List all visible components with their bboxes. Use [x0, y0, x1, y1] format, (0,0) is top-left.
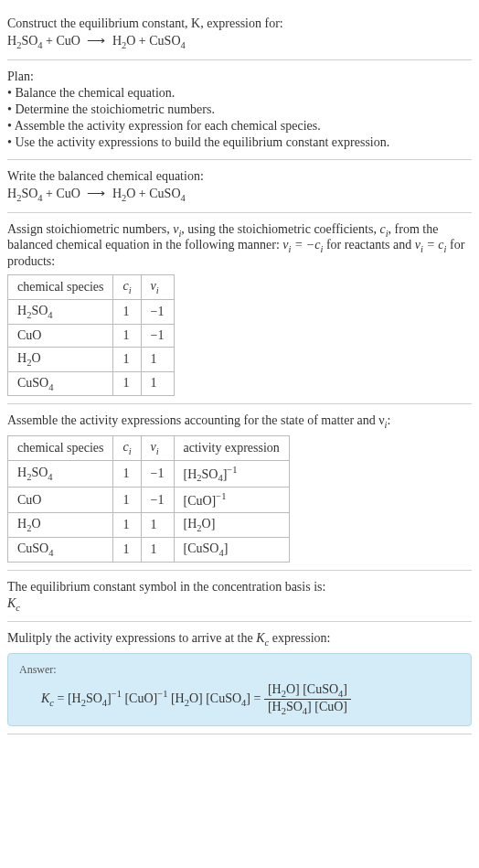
th-species: chemical species — [8, 275, 113, 300]
cell-c: 1 — [113, 324, 141, 347]
cell-expr: [H2O] — [174, 513, 289, 538]
cell-species: CuO — [8, 488, 113, 513]
cell-species: H2SO4 — [8, 299, 113, 324]
plan-title: Plan: — [7, 70, 472, 84]
th-nui: νi — [141, 436, 174, 461]
table-row: CuSO4 1 1 [CuSO4] — [8, 537, 290, 562]
act-title-end: : — [388, 413, 391, 427]
table-header-row: chemical species ci νi activity expressi… — [8, 436, 290, 461]
cell-nu: −1 — [141, 324, 174, 347]
cell-nu: 1 — [141, 371, 174, 396]
cell-nu: 1 — [141, 537, 174, 562]
cell-species: H2SO4 — [8, 460, 113, 487]
balanced-section: Write the balanced chemical equation: H2… — [7, 160, 472, 213]
plan-bullet-4: • Use the activity expressions to build … — [7, 135, 472, 150]
mult-kc: Kc — [256, 631, 269, 645]
st-t4: for reactants and — [323, 238, 414, 252]
st-t2: , using the stoichiometric coefficients, — [181, 222, 379, 236]
table-header-row: chemical species ci νi — [8, 275, 175, 300]
cell-species: H2O — [8, 513, 113, 538]
activity-table: chemical species ci νi activity expressi… — [7, 435, 290, 563]
multiply-section: Mulitply the activity expressions to arr… — [7, 622, 472, 734]
table-row: H2SO4 1 −1 — [8, 299, 175, 324]
table-row: CuO 1 −1 [CuO]−1 — [8, 488, 290, 513]
cell-nu: 1 — [141, 347, 174, 371]
prompt-section: Construct the equilibrium constant, K, e… — [7, 7, 472, 60]
cell-c: 1 — [113, 488, 141, 513]
th-expr: activity expression — [174, 436, 289, 461]
ans-eq: = [H2SO4]−1 [CuO]−1 [H2O] [CuSO4] = — [54, 691, 264, 705]
bal-lhs: H2SO4 + CuO — [7, 187, 83, 200]
plan-section: Plan: • Balance the chemical equation. •… — [7, 60, 472, 160]
activity-title: Assemble the activity expressions accoun… — [7, 413, 472, 430]
eq-h2so4: H2SO4 — [7, 34, 43, 48]
plan-bullet-3: • Assemble the activity expression for e… — [7, 119, 472, 134]
cell-nu: −1 — [141, 299, 174, 324]
cell-c: 1 — [113, 371, 141, 396]
st-nu: νi — [173, 222, 181, 236]
cell-species: H2O — [8, 347, 113, 371]
mult-t2: expression: — [269, 631, 330, 645]
th-nui: νi — [141, 275, 174, 300]
cell-species: CuO — [8, 324, 113, 347]
plan-bullet-1: • Balance the chemical equation. — [7, 86, 472, 101]
eq-rhs: H2O + CuSO4 — [109, 34, 185, 48]
mult-t1: Mulitply the activity expressions to arr… — [7, 631, 256, 645]
balanced-title: Write the balanced chemical equation: — [7, 169, 472, 184]
th-ci: ci — [113, 436, 141, 461]
cell-expr: [CuO]−1 — [174, 488, 289, 513]
cell-c: 1 — [113, 537, 141, 562]
table-row: H2O 1 1 [H2O] — [8, 513, 290, 538]
eq-arrow: ⟶ — [83, 34, 109, 48]
answer-label: Answer: — [19, 663, 460, 677]
fraction-numerator: [H2O] [CuSO4] — [264, 682, 351, 700]
act-title-text: Assemble the activity expressions accoun… — [7, 413, 385, 427]
bal-rhs: H2O + CuSO4 — [109, 187, 185, 200]
fraction-denominator: [H2SO4] [CuO] — [264, 700, 351, 716]
cell-c: 1 — [113, 347, 141, 371]
plan-bullet-2: • Determine the stoichiometric numbers. — [7, 102, 472, 117]
st-c: ci — [379, 222, 388, 236]
cell-nu: −1 — [141, 488, 174, 513]
table-row: H2SO4 1 −1 [H2SO4]−1 — [8, 460, 290, 487]
symbol-section: The equilibrium constant symbol in the c… — [7, 571, 472, 623]
activity-section: Assemble the activity expressions accoun… — [7, 404, 472, 570]
st-t1: Assign stoichiometric numbers, — [7, 222, 173, 236]
bal-arrow: ⟶ — [83, 187, 109, 200]
symbol-text: The equilibrium constant symbol in the c… — [7, 580, 472, 595]
cell-c: 1 — [113, 513, 141, 538]
cell-species: CuSO4 — [8, 537, 113, 562]
table-row: H2O 1 1 — [8, 347, 175, 371]
cell-expr: [CuSO4] — [174, 537, 289, 562]
ans-kc: Kc — [41, 691, 54, 705]
balanced-equation: H2SO4 + CuO ⟶ H2O + CuSO4 — [7, 186, 472, 203]
table-row: CuSO4 1 1 — [8, 371, 175, 396]
eq-plus: + CuO — [43, 34, 84, 48]
cell-expr: [H2SO4]−1 — [174, 460, 289, 487]
answer-equation: Kc = [H2SO4]−1 [CuO]−1 [H2O] [CuSO4] = [… — [19, 682, 460, 716]
cell-c: 1 — [113, 460, 141, 487]
answer-fraction: [H2O] [CuSO4][H2SO4] [CuO] — [264, 682, 351, 716]
st-eq2: νi = ci — [415, 238, 447, 252]
stoich-text: Assign stoichiometric numbers, νi, using… — [7, 222, 472, 270]
multiply-text: Mulitply the activity expressions to arr… — [7, 631, 472, 648]
table-row: CuO 1 −1 — [8, 324, 175, 347]
th-species: chemical species — [8, 436, 113, 461]
cell-c: 1 — [113, 299, 141, 324]
symbol-kc: Kc — [7, 596, 472, 613]
st-eq1: νi = −ci — [282, 238, 323, 252]
prompt-text: Construct the equilibrium constant, K, e… — [7, 16, 283, 30]
stoich-section: Assign stoichiometric numbers, νi, using… — [7, 213, 472, 405]
th-ci: ci — [113, 275, 141, 300]
stoich-table: chemical species ci νi H2SO4 1 −1 CuO 1 … — [7, 274, 175, 396]
prompt-equation: H2SO4 + CuO ⟶ H2O + CuSO4 — [7, 33, 472, 50]
prompt-line1: Construct the equilibrium constant, K, e… — [7, 16, 472, 31]
answer-box: Answer: Kc = [H2SO4]−1 [CuO]−1 [H2O] [Cu… — [7, 653, 472, 726]
cell-nu: 1 — [141, 513, 174, 538]
cell-species: CuSO4 — [8, 371, 113, 396]
cell-nu: −1 — [141, 460, 174, 487]
